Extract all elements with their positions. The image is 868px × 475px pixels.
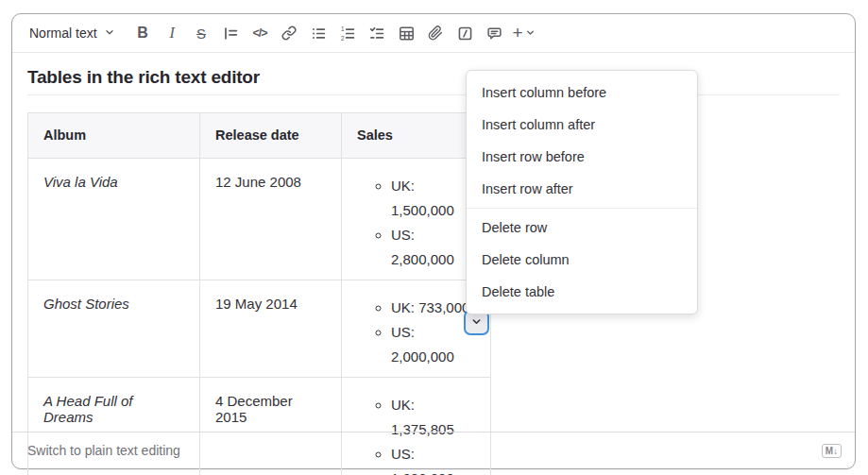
bullet-list-icon [311,25,327,42]
italic-button[interactable]: I [158,20,187,46]
comment-icon [486,25,502,42]
table-header-row: Album Release date Sales [28,113,491,159]
bullet-list-button[interactable] [304,20,333,46]
chevron-down-icon [525,25,536,42]
table-icon [399,25,415,42]
menu-item-insert-column-before[interactable]: Insert column before [467,76,697,109]
sales-item: US: 2,000,000 [391,320,475,369]
albums-table: Album Release date Sales Viva la Vida 12… [27,112,491,475]
menu-item-insert-row-after[interactable]: Insert row after [467,173,697,205]
sales-list: UK: 1,500,000 US: 2,800,000 [357,174,475,272]
album-name: Viva la Vida [43,174,118,190]
attachment-button[interactable] [421,20,451,46]
table-button[interactable] [392,20,421,46]
menu-item-delete-column[interactable]: Delete column [467,244,697,276]
menu-item-insert-row-before[interactable]: Insert row before [467,141,697,173]
more-options-dropdown[interactable]: + [509,23,539,43]
strikethrough-button[interactable]: S [187,20,216,46]
menu-item-delete-table[interactable]: Delete table [467,276,697,308]
chevron-down-icon [104,25,115,41]
code-icon: </> [253,26,267,40]
header-cell-release-date[interactable]: Release date [200,113,342,159]
album-name: A Head Full of Dreams [43,393,133,425]
quick-actions-icon [457,25,473,42]
cell-release-date[interactable]: 12 June 2008 [200,159,342,280]
editor-content-area[interactable]: Tables in the rich text editor Album Rel… [12,53,855,475]
menu-item-insert-column-after[interactable]: Insert column after [467,109,697,141]
cell-release-date[interactable]: 19 May 2014 [200,280,342,378]
rich-text-editor: Normal text B I S </> [11,13,856,469]
blockquote-icon [223,25,239,42]
blockquote-button[interactable] [216,20,246,46]
album-name: Ghost Stories [43,296,129,312]
task-list-button[interactable] [363,20,392,46]
text-style-label: Normal text [29,25,97,41]
text-style-dropdown[interactable]: Normal text [27,22,121,44]
plus-icon: + [513,23,523,43]
markdown-badge-icon: M↓ [822,444,842,458]
svg-text:2: 2 [341,34,345,41]
sales-item: UK: 1,500,000 [391,174,475,223]
italic-icon: I [169,25,174,42]
editor-toolbar: Normal text B I S </> [12,14,855,53]
menu-item-delete-row[interactable]: Delete row [467,212,697,244]
task-list-icon [369,25,385,42]
sales-item: UK: 733,000 [391,296,475,320]
table-actions-menu: Insert column before Insert column after… [466,70,698,314]
sales-item: US: 2,800,000 [391,223,475,272]
table-row: Ghost Stories 19 May 2014 UK: 733,000 US… [28,280,491,378]
comment-button[interactable] [480,20,509,46]
cell-album[interactable]: Ghost Stories [28,280,200,378]
svg-text:1: 1 [341,25,345,32]
link-icon [281,25,297,41]
title-divider [27,94,840,95]
sales-list: UK: 733,000 US: 2,000,000 [357,296,475,369]
link-button[interactable] [275,20,304,46]
paperclip-icon [428,25,443,41]
header-cell-album[interactable]: Album [28,113,200,159]
screenshot-stage: Normal text B I S </> [0,0,868,475]
bold-icon: B [137,25,148,42]
cell-album[interactable]: Viva la Vida [28,159,200,280]
menu-divider [467,208,697,209]
ordered-list-button[interactable]: 1 2 [333,20,363,46]
document-title[interactable]: Tables in the rich text editor [27,67,840,88]
table-row: Viva la Vida 12 June 2008 UK: 1,500,000 … [28,159,491,280]
quick-actions-button[interactable] [451,20,480,46]
chevron-down-icon [470,314,483,331]
strikethrough-icon: S [196,25,206,42]
bold-button[interactable]: B [128,20,158,46]
editor-footer: Switch to plain text editing M↓ [12,432,855,468]
code-button[interactable]: </> [246,20,275,46]
switch-to-plain-text-button[interactable]: Switch to plain text editing [27,443,180,458]
ordered-list-icon: 1 2 [340,25,356,42]
